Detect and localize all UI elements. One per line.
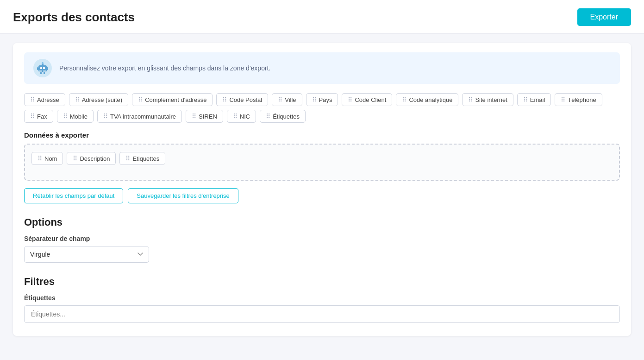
svg-rect-10 (39, 70, 42, 72)
field-chip-siren[interactable]: ⠿SIREN (186, 110, 223, 123)
field-label: Nom (44, 155, 57, 162)
field-chip-adresse_suite[interactable]: ⠿Adresse (suite) (69, 93, 128, 106)
separator-select[interactable]: VirgulePoint-virguleTabulation (24, 246, 149, 263)
options-title: Options (24, 216, 620, 228)
main-content: Personnalisez votre export en glissant d… (0, 34, 644, 345)
svg-rect-7 (47, 67, 48, 70)
field-label: Adresse (suite) (82, 96, 122, 103)
drag-icon: ⠿ (266, 113, 270, 120)
svg-rect-11 (43, 70, 46, 72)
field-label: Téléphone (568, 96, 596, 103)
save-button[interactable]: Sauvegarder les filtres d'entreprise (128, 188, 238, 203)
field-label: Description (80, 155, 110, 162)
info-banner: Personnalisez votre export en glissant d… (24, 52, 620, 84)
field-chip-ville[interactable]: ⠿Ville (272, 93, 302, 106)
field-chip-complement_adresse[interactable]: ⠿Complément d'adresse (132, 93, 213, 106)
field-label: Mobile (70, 113, 88, 120)
info-banner-text: Personnalisez votre export en glissant d… (59, 64, 270, 72)
field-chip-nic[interactable]: ⠿NIC (227, 110, 256, 123)
export-field-chip-nom[interactable]: ⠿Nom (31, 152, 63, 165)
page-title: Exports des contacts (13, 10, 135, 25)
field-label: Code Postal (229, 96, 262, 103)
field-chip-tva_intracommunautaire[interactable]: ⠿TVA intracommunautaire (97, 110, 182, 123)
field-label: Email (530, 96, 545, 103)
etiquettes-group: Étiquettes (24, 294, 620, 323)
drag-icon: ⠿ (561, 96, 565, 103)
field-chip-adresse[interactable]: ⠿Adresse (24, 93, 65, 106)
field-label: Code Client (355, 96, 386, 103)
separator-field-group: Séparateur de champ VirgulePoint-virgule… (24, 235, 620, 263)
drag-icon: ⠿ (30, 96, 35, 103)
etiquettes-label: Étiquettes (24, 294, 620, 302)
etiquettes-input[interactable] (24, 305, 620, 323)
drag-icon: ⠿ (75, 96, 80, 103)
reset-button[interactable]: Rétablir les champs par défaut (24, 188, 123, 203)
drag-icon: ⠿ (233, 113, 238, 120)
field-label: Site internet (475, 96, 507, 103)
drag-icon: ⠿ (73, 155, 77, 162)
drag-icon: ⠿ (348, 96, 352, 103)
drag-icon: ⠿ (222, 96, 227, 103)
drag-icon: ⠿ (103, 113, 108, 120)
field-chip-code_client[interactable]: ⠿Code Client (342, 93, 392, 106)
drag-icon: ⠿ (402, 96, 406, 103)
field-chip-code_postal[interactable]: ⠿Code Postal (216, 93, 268, 106)
export-field-chip-description[interactable]: ⠿Description (67, 152, 116, 165)
field-chip-telephone[interactable]: ⠿Téléphone (555, 93, 602, 106)
export-field-chip-etiquettes_export[interactable]: ⠿Etiquettes (119, 152, 165, 165)
field-label: NIC (240, 113, 250, 120)
field-label: Code analytique (409, 96, 452, 103)
field-label: TVA intracommunautaire (110, 113, 176, 120)
drag-icon: ⠿ (38, 155, 42, 162)
export-zone: ⠿Nom⠿Description⠿Etiquettes (24, 144, 620, 181)
available-fields-area: ⠿Adresse⠿Adresse (suite)⠿Complément d'ad… (24, 93, 620, 123)
field-label: Ville (285, 96, 296, 103)
page-header: Exports des contacts Exporter (0, 0, 644, 34)
drag-icon: ⠿ (468, 96, 473, 103)
drag-icon: ⠿ (312, 96, 317, 103)
field-label: Fax (37, 113, 47, 120)
svg-rect-2 (40, 67, 42, 69)
field-label: Complément d'adresse (145, 96, 206, 103)
drag-icon: ⠿ (138, 96, 143, 103)
field-chip-site_internet[interactable]: ⠿Site internet (462, 93, 513, 106)
field-chip-etiquettes_avail[interactable]: ⠿Étiquettes (260, 110, 306, 123)
drag-icon: ⠿ (523, 96, 528, 103)
svg-rect-8 (40, 72, 42, 74)
field-label: SIREN (199, 113, 217, 120)
svg-rect-6 (37, 67, 38, 70)
export-zone-label: Données à exporter (24, 131, 620, 139)
field-label: Etiquettes (132, 155, 159, 162)
action-buttons: Rétablir les champs par défaut Sauvegard… (24, 188, 620, 203)
field-chip-pays[interactable]: ⠿Pays (306, 93, 338, 106)
drag-icon: ⠿ (63, 113, 68, 120)
field-label: Étiquettes (273, 113, 300, 120)
filters-title: Filtres (24, 276, 620, 288)
field-label: Adresse (37, 96, 59, 103)
separator-label: Séparateur de champ (24, 235, 620, 242)
svg-rect-3 (43, 67, 45, 69)
main-card: Personnalisez votre export en glissant d… (13, 43, 631, 336)
export-button[interactable]: Exporter (577, 8, 631, 26)
field-label: Pays (319, 96, 332, 103)
drag-icon: ⠿ (125, 155, 130, 162)
svg-point-5 (42, 62, 44, 64)
drag-icon: ⠿ (278, 96, 282, 103)
field-chip-code_analytique[interactable]: ⠿Code analytique (396, 93, 458, 106)
drag-icon: ⠿ (30, 113, 35, 120)
robot-icon (32, 58, 53, 78)
field-chip-email[interactable]: ⠿Email (517, 93, 551, 106)
svg-rect-9 (44, 72, 45, 74)
field-chip-mobile[interactable]: ⠿Mobile (57, 110, 94, 123)
field-chip-fax[interactable]: ⠿Fax (24, 110, 53, 123)
drag-icon: ⠿ (192, 113, 196, 120)
